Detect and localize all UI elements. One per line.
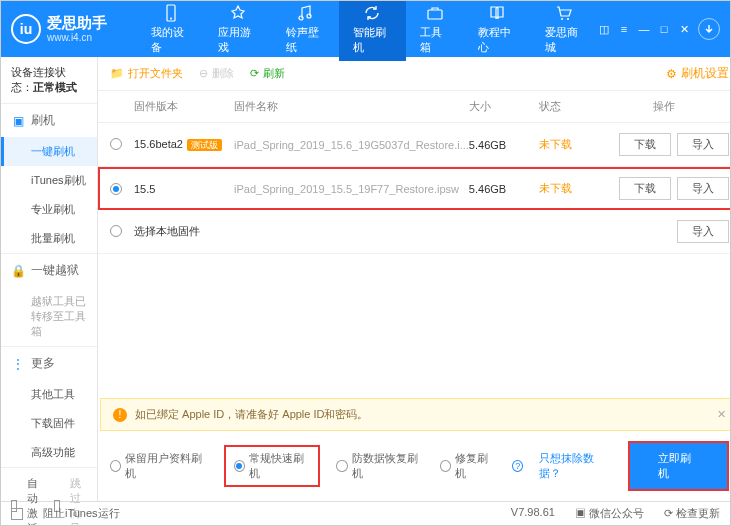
fw-status: 未下载 bbox=[539, 137, 599, 152]
beta-badge: 测试版 bbox=[187, 139, 222, 151]
import-button[interactable]: 导入 bbox=[677, 133, 729, 156]
fw-size: 5.46GB bbox=[469, 139, 539, 151]
btn-label: 删除 bbox=[212, 66, 234, 81]
nav-label: 工具箱 bbox=[420, 25, 449, 55]
main-panel: 📁打开文件夹 ⊖删除 ⟳刷新 ⚙刷机设置 固件版本 固件名称 大小 状态 操作 … bbox=[98, 57, 731, 501]
nav-flash[interactable]: 智能刷机 bbox=[339, 0, 406, 61]
table-row[interactable]: 15.5 iPad_Spring_2019_15.5_19F77_Restore… bbox=[98, 167, 731, 210]
import-button[interactable]: 导入 bbox=[677, 220, 729, 243]
section-title: 更多 bbox=[31, 355, 55, 372]
erase-link[interactable]: 只想抹除数据？ bbox=[539, 451, 611, 481]
lock-icon: 🔒 bbox=[11, 264, 25, 278]
opt-label: 保留用户资料刷机 bbox=[125, 451, 207, 481]
sidebar-jailbreak-note: 越狱工具已转移至工具箱 bbox=[1, 287, 97, 346]
nav-label: 应用游戏 bbox=[218, 25, 257, 55]
nav-toolbox[interactable]: 工具箱 bbox=[406, 0, 463, 61]
opt-keep[interactable]: 保留用户资料刷机 bbox=[110, 451, 208, 481]
close-icon[interactable]: ✕ bbox=[678, 23, 690, 35]
sidebar-item-itunes[interactable]: iTunes刷机 bbox=[1, 166, 97, 195]
skin-icon[interactable]: ◫ bbox=[598, 23, 610, 35]
radio-icon bbox=[440, 460, 451, 472]
wechat-label: 微信公众号 bbox=[589, 507, 644, 519]
nav-apps[interactable]: 应用游戏 bbox=[204, 0, 271, 61]
download-manager-icon[interactable] bbox=[698, 18, 720, 40]
app-logo: iu bbox=[11, 14, 41, 44]
sidebar-item-oneclick[interactable]: 一键刷机 bbox=[1, 137, 97, 166]
notice-text: 如已绑定 Apple ID，请准备好 Apple ID和密码。 bbox=[135, 407, 369, 422]
auto-activate-label: 自动激活 bbox=[27, 476, 44, 526]
flash-now-button[interactable]: 立即刷机 bbox=[628, 441, 729, 491]
nav-label: 智能刷机 bbox=[353, 25, 392, 55]
btn-label: 刷机设置 bbox=[681, 65, 729, 82]
sidebar-item-pro[interactable]: 专业刷机 bbox=[1, 195, 97, 224]
book-icon bbox=[487, 3, 507, 23]
fw-status: 未下载 bbox=[539, 181, 599, 196]
cart-icon bbox=[554, 3, 574, 23]
nav-my-device[interactable]: 我的设备 bbox=[137, 0, 204, 61]
col-version: 固件版本 bbox=[134, 99, 234, 114]
update-label: 检查更新 bbox=[676, 507, 720, 519]
sidebar-jailbreak-head[interactable]: 🔒一键越狱 bbox=[1, 254, 97, 287]
col-ops: 操作 bbox=[599, 99, 729, 114]
version-label: V7.98.61 bbox=[511, 506, 555, 521]
maximize-icon[interactable]: □ bbox=[658, 23, 670, 35]
block-itunes-checkbox[interactable] bbox=[11, 508, 23, 520]
apps-icon bbox=[228, 3, 248, 23]
sidebar-item-othertools[interactable]: 其他工具 bbox=[1, 380, 97, 409]
close-icon[interactable]: ✕ bbox=[717, 408, 726, 421]
import-button[interactable]: 导入 bbox=[677, 177, 729, 200]
help-icon[interactable]: ? bbox=[512, 460, 523, 472]
sidebar: 设备连接状态：正常模式 ▣刷机 一键刷机 iTunes刷机 专业刷机 批量刷机 … bbox=[1, 57, 98, 501]
col-status: 状态 bbox=[539, 99, 599, 114]
music-icon bbox=[295, 3, 315, 23]
wechat-link[interactable]: ▣ 微信公众号 bbox=[575, 506, 644, 521]
download-button[interactable]: 下载 bbox=[619, 177, 671, 200]
download-button[interactable]: 下载 bbox=[619, 133, 671, 156]
btn-label: 打开文件夹 bbox=[128, 66, 183, 81]
svg-point-1 bbox=[170, 18, 172, 20]
titlebar: iu 爱思助手 www.i4.cn 我的设备 应用游戏 铃声壁纸 智能刷机 工具… bbox=[1, 1, 730, 57]
flash-options: 保留用户资料刷机 常规快速刷机 防数据恢复刷机 修复刷机 ? 只想抹除数据？ 立… bbox=[98, 431, 731, 501]
row-radio[interactable] bbox=[110, 225, 122, 237]
sidebar-flash-head[interactable]: ▣刷机 bbox=[1, 104, 97, 137]
row-radio[interactable] bbox=[110, 138, 122, 150]
row-radio[interactable] bbox=[110, 183, 122, 195]
square-icon: ▣ bbox=[11, 114, 25, 128]
sidebar-item-downloadfw[interactable]: 下载固件 bbox=[1, 409, 97, 438]
check-update-link[interactable]: ⟳ 检查更新 bbox=[664, 506, 720, 521]
nav-label: 铃声壁纸 bbox=[286, 25, 325, 55]
nav-ringtones[interactable]: 铃声壁纸 bbox=[272, 0, 339, 61]
flash-settings-button[interactable]: ⚙刷机设置 bbox=[666, 65, 729, 82]
radio-icon bbox=[336, 460, 347, 472]
col-size: 大小 bbox=[469, 99, 539, 114]
phone-icon bbox=[161, 3, 181, 23]
gear-icon: ⚙ bbox=[666, 67, 677, 81]
block-itunes-label: 阻止iTunes运行 bbox=[43, 506, 120, 521]
nav-tutorials[interactable]: 教程中心 bbox=[464, 0, 531, 61]
delete-button[interactable]: ⊖删除 bbox=[199, 66, 234, 81]
nav-store[interactable]: 爱思商城 bbox=[531, 0, 598, 61]
open-folder-button[interactable]: 📁打开文件夹 bbox=[110, 66, 183, 81]
minimize-icon[interactable]: — bbox=[638, 23, 650, 35]
sidebar-item-batch[interactable]: 批量刷机 bbox=[1, 224, 97, 253]
folder-icon: 📁 bbox=[110, 67, 124, 80]
wechat-icon: ▣ bbox=[575, 507, 589, 519]
opt-antirecovery[interactable]: 防数据恢复刷机 bbox=[336, 451, 423, 481]
fw-name: iPad_Spring_2019_15.5_19F77_Restore.ipsw bbox=[234, 183, 469, 195]
svg-rect-4 bbox=[428, 10, 442, 19]
opt-normal[interactable]: 常规快速刷机 bbox=[224, 445, 321, 487]
sidebar-more-head[interactable]: ⋮更多 bbox=[1, 347, 97, 380]
brand-name: 爱思助手 bbox=[47, 15, 107, 32]
svg-point-6 bbox=[567, 18, 569, 20]
table-row[interactable]: 15.6beta2测试版 iPad_Spring_2019_15.6_19G50… bbox=[98, 123, 731, 167]
table-row-local[interactable]: 选择本地固件 导入 bbox=[98, 210, 731, 254]
section-title: 刷机 bbox=[31, 112, 55, 129]
menu-icon[interactable]: ≡ bbox=[618, 23, 630, 35]
opt-repair[interactable]: 修复刷机 bbox=[440, 451, 496, 481]
warning-icon: ! bbox=[113, 408, 127, 422]
sidebar-item-advanced[interactable]: 高级功能 bbox=[1, 438, 97, 467]
radio-icon bbox=[234, 460, 245, 472]
local-fw-label: 选择本地固件 bbox=[134, 224, 599, 239]
main-nav: 我的设备 应用游戏 铃声壁纸 智能刷机 工具箱 教程中心 爱思商城 bbox=[137, 0, 598, 61]
refresh-button[interactable]: ⟳刷新 bbox=[250, 66, 285, 81]
